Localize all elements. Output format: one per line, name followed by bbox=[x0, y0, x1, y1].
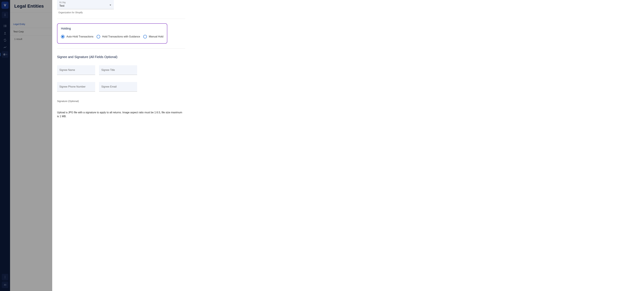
radio-hold-guidance[interactable]: Hold Transactions with Guidance bbox=[96, 35, 140, 38]
signee-section-title: Signee and Signature (All Fields Optiona… bbox=[57, 55, 185, 59]
radio-manual-hold[interactable]: Manual Hold bbox=[143, 35, 164, 38]
radio-auto-hold[interactable]: Auto-Hold Transactions bbox=[61, 35, 93, 38]
upload-instructions: Upload a JPG file with a signature to ap… bbox=[57, 110, 184, 118]
org-dropdown[interactable]: S1 Org Test bbox=[57, 0, 114, 9]
radio-icon bbox=[143, 35, 147, 38]
radio-icon bbox=[61, 35, 64, 38]
radio-label: Auto-Hold Transactions bbox=[66, 35, 93, 38]
dropdown-value: Test bbox=[59, 4, 112, 8]
signee-title-field[interactable]: Signee Title bbox=[99, 65, 137, 75]
modal-overlay bbox=[0, 0, 52, 291]
signee-name-field[interactable]: Signee Name bbox=[57, 65, 95, 75]
dropdown-helper: Organization for Shopify bbox=[57, 11, 185, 14]
signee-email-field[interactable]: Signee Email bbox=[99, 82, 137, 92]
signee-fields-grid: Signee Name Signee Title Signee Phone Nu… bbox=[57, 65, 185, 92]
radio-label: Manual Hold bbox=[149, 35, 164, 38]
chevron-down-icon bbox=[110, 4, 111, 6]
section-divider bbox=[57, 48, 185, 49]
form-content: S1 Org Test Organization for Shopify Hol… bbox=[52, 0, 644, 291]
signature-label: Signature (Optional) bbox=[57, 100, 185, 102]
radio-label: Hold Transactions with Guidance bbox=[102, 35, 140, 38]
dropdown-label: S1 Org bbox=[59, 1, 112, 4]
holding-section-highlighted: Holding Auto-Hold Transactions Hold Tran… bbox=[57, 23, 167, 44]
holding-radio-group: Auto-Hold Transactions Hold Transactions… bbox=[61, 35, 164, 38]
radio-icon bbox=[96, 35, 100, 38]
holding-title: Holding bbox=[61, 27, 164, 30]
signee-phone-field[interactable]: Signee Phone Number bbox=[57, 82, 95, 92]
